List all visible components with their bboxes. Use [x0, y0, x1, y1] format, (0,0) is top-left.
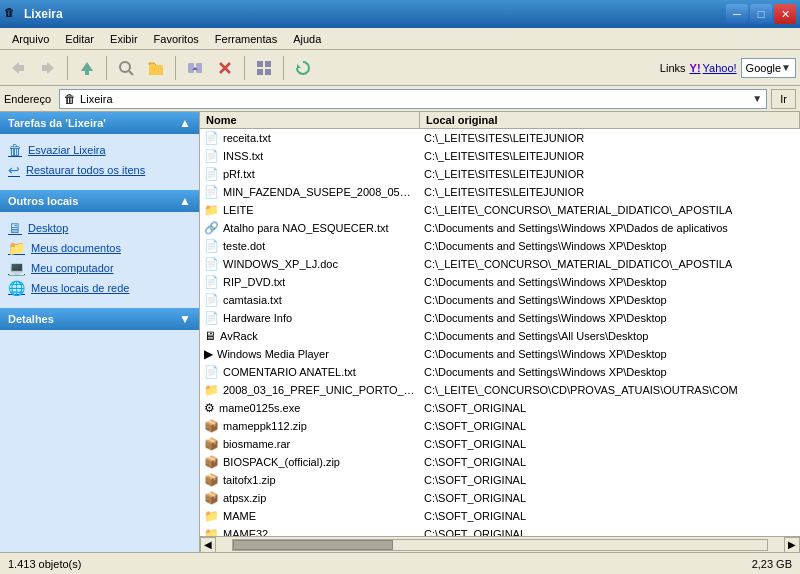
table-row[interactable]: 📄INSS.txtC:\_LEITE\SITES\LEITEJUNIOR	[200, 147, 800, 165]
file-icon: 📦	[204, 437, 219, 451]
scroll-right-button[interactable]: ▶	[784, 537, 800, 553]
file-name-text: MAME32	[223, 528, 268, 536]
table-row[interactable]: 📄WINDOWS_XP_LJ.docC:\_LEITE\_CONCURSO\_M…	[200, 255, 800, 273]
view-button[interactable]	[250, 54, 278, 82]
close-button[interactable]: ✕	[774, 4, 796, 24]
table-row[interactable]: 📁MAMEC:\SOFT_ORIGINAL	[200, 507, 800, 525]
separator-1	[67, 56, 68, 80]
menu-editar[interactable]: Editar	[57, 31, 102, 47]
file-name-text: biosmame.rar	[223, 438, 290, 450]
file-icon: ▶	[204, 347, 213, 361]
my-docs-item[interactable]: 📁 Meus documentos	[4, 238, 195, 258]
hscroll-thumb[interactable]	[233, 540, 393, 550]
move-button[interactable]	[181, 54, 209, 82]
file-name-cell: 📄MIN_FAZENDA_SUSEPE_2008_05_06…	[200, 185, 420, 199]
restore-icon: ↩	[8, 162, 20, 178]
menu-arquivo[interactable]: Arquivo	[4, 31, 57, 47]
file-location-cell: C:\_LEITE\_CONCURSO\CD\PROVAS_ATUAIS\OUT…	[420, 384, 800, 396]
other-section-header[interactable]: Outros locais ▲	[0, 190, 199, 212]
file-name-cell: 🔗Atalho para NAO_ESQUECER.txt	[200, 221, 420, 235]
svg-rect-14	[257, 61, 263, 67]
table-row[interactable]: 📁2008_03_16_PREF_UNIC_PORTO_A…C:\_LEITE\…	[200, 381, 800, 399]
svg-rect-16	[257, 69, 263, 75]
my-computer-item[interactable]: 💻 Meu computador	[4, 258, 195, 278]
other-collapse-icon: ▲	[179, 194, 191, 208]
file-name-text: INSS.txt	[223, 150, 263, 162]
svg-rect-5	[85, 71, 89, 75]
file-name-cell: 📄RIP_DVD.txt	[200, 275, 420, 289]
restore-all-item[interactable]: ↩ Restaurar todos os itens	[4, 160, 195, 180]
desktop-item[interactable]: 🖥 Desktop	[4, 218, 195, 238]
file-name-text: mameppk112.zip	[223, 420, 307, 432]
delete-button[interactable]	[211, 54, 239, 82]
statusbar: 1.413 objeto(s) 2,23 GB	[0, 552, 800, 574]
menu-favoritos[interactable]: Favoritos	[146, 31, 207, 47]
col-header-name[interactable]: Nome	[200, 112, 420, 128]
table-row[interactable]: 📦taitofx1.zipC:\SOFT_ORIGINAL	[200, 471, 800, 489]
col-header-location[interactable]: Local original	[420, 112, 800, 128]
svg-marker-2	[47, 62, 54, 74]
table-row[interactable]: 📄camtasia.txtC:\Documents and Settings\W…	[200, 291, 800, 309]
file-location-cell: C:\Documents and Settings\Windows XP\Des…	[420, 366, 800, 378]
file-icon: 🖥	[204, 329, 216, 343]
details-section: Detalhes ▼	[0, 308, 199, 330]
table-row[interactable]: 📦mameppk112.zipC:\SOFT_ORIGINAL	[200, 417, 800, 435]
file-name-cell: 📦atpsx.zip	[200, 491, 420, 505]
file-name-cell: 📦mameppk112.zip	[200, 419, 420, 433]
file-location-cell: C:\SOFT_ORIGINAL	[420, 438, 800, 450]
file-list[interactable]: 📄receita.txtC:\_LEITE\SITES\LEITEJUNIOR📄…	[200, 129, 800, 536]
file-name-text: camtasia.txt	[223, 294, 282, 306]
file-icon: 📁	[204, 527, 219, 536]
file-icon: 📦	[204, 491, 219, 505]
my-network-item[interactable]: 🌐 Meus locais de rede	[4, 278, 195, 298]
go-button[interactable]: Ir	[771, 89, 796, 109]
table-row[interactable]: 📦atpsx.zipC:\SOFT_ORIGINAL	[200, 489, 800, 507]
table-row[interactable]: 📄teste.dotC:\Documents and Settings\Wind…	[200, 237, 800, 255]
window-icon: 🗑	[4, 6, 20, 22]
menu-exibir[interactable]: Exibir	[102, 31, 146, 47]
file-location-cell: C:\_LEITE\SITES\LEITEJUNIOR	[420, 168, 800, 180]
table-row[interactable]: 📄pRf.txtC:\_LEITE\SITES\LEITEJUNIOR	[200, 165, 800, 183]
google-search-box[interactable]: Google ▼	[741, 58, 796, 78]
table-row[interactable]: 📦biosmame.rarC:\SOFT_ORIGINAL	[200, 435, 800, 453]
details-section-header[interactable]: Detalhes ▼	[0, 308, 199, 330]
file-icon: 📄	[204, 149, 219, 163]
address-dropdown-icon[interactable]: ▼	[752, 93, 762, 104]
table-row[interactable]: 📄receita.txtC:\_LEITE\SITES\LEITEJUNIOR	[200, 129, 800, 147]
table-row[interactable]: 📄MIN_FAZENDA_SUSEPE_2008_05_06…C:\_LEITE…	[200, 183, 800, 201]
file-name-cell: 🖥AvRack	[200, 329, 420, 343]
table-row[interactable]: 📄COMENTARIO ANATEL.txtC:\Documents and S…	[200, 363, 800, 381]
tasks-section-header[interactable]: Tarefas da 'Lixeira' ▲	[0, 112, 199, 134]
folders-button[interactable]	[142, 54, 170, 82]
empty-recycle-item[interactable]: 🗑 Esvaziar Lixeira	[4, 140, 195, 160]
table-row[interactable]: 📁MAME32C:\SOFT_ORIGINAL	[200, 525, 800, 536]
address-input[interactable]	[80, 93, 752, 105]
maximize-button[interactable]: □	[750, 4, 772, 24]
back-button[interactable]	[4, 54, 32, 82]
file-location-cell: C:\SOFT_ORIGINAL	[420, 474, 800, 486]
table-row[interactable]: ⚙mame0125s.exeC:\SOFT_ORIGINAL	[200, 399, 800, 417]
file-name-cell: 📦biosmame.rar	[200, 437, 420, 451]
links-label: Links	[660, 62, 686, 74]
table-row[interactable]: 🔗Atalho para NAO_ESQUECER.txtC:\Document…	[200, 219, 800, 237]
minimize-button[interactable]: ─	[726, 4, 748, 24]
table-row[interactable]: 📄Hardware InfoC:\Documents and Settings\…	[200, 309, 800, 327]
up-button[interactable]	[73, 54, 101, 82]
table-row[interactable]: 📁LEITEC:\_LEITE\_CONCURSO\_MATERIAL_DIDA…	[200, 201, 800, 219]
table-row[interactable]: 📦BIOSPACK_(official).zipC:\SOFT_ORIGINAL	[200, 453, 800, 471]
table-row[interactable]: 🖥AvRackC:\Documents and Settings\All Use…	[200, 327, 800, 345]
table-row[interactable]: 📄RIP_DVD.txtC:\Documents and Settings\Wi…	[200, 273, 800, 291]
file-location-cell: C:\SOFT_ORIGINAL	[420, 456, 800, 468]
table-row[interactable]: ▶Windows Media PlayerC:\Documents and Se…	[200, 345, 800, 363]
forward-button[interactable]	[34, 54, 62, 82]
yahoo-link[interactable]: Y! Yahoo!	[690, 62, 737, 74]
hscroll-track[interactable]	[232, 539, 768, 551]
menu-ferramentas[interactable]: Ferramentas	[207, 31, 285, 47]
file-icon: 📦	[204, 419, 219, 433]
horizontal-scrollbar[interactable]: ◀ ▶	[200, 536, 800, 552]
file-name-text: taitofx1.zip	[223, 474, 276, 486]
refresh-button[interactable]	[289, 54, 317, 82]
search-button[interactable]	[112, 54, 140, 82]
menu-ajuda[interactable]: Ajuda	[285, 31, 329, 47]
scroll-left-button[interactable]: ◀	[200, 537, 216, 553]
